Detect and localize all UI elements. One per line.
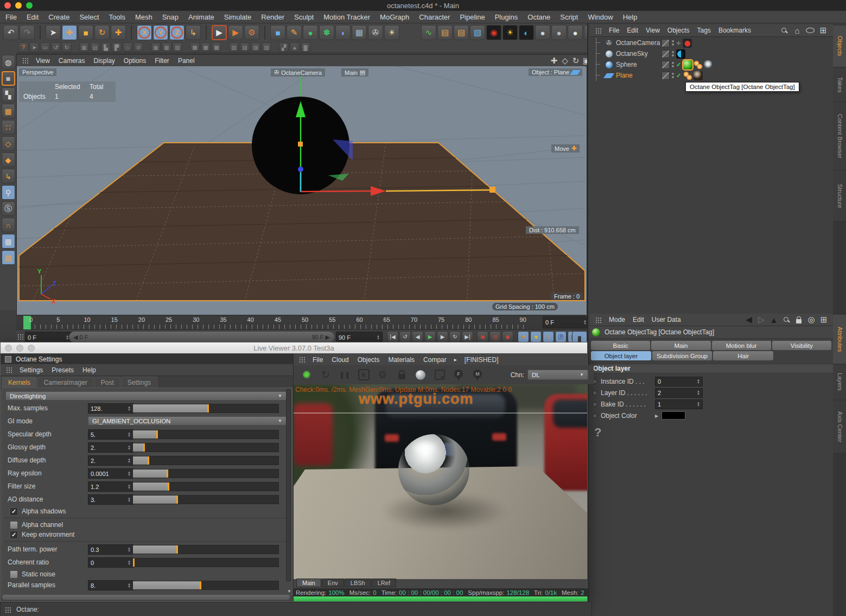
menu-item-mesh[interactable]: Mesh <box>135 13 152 21</box>
texture-mode-icon[interactable]: ▚ <box>2 87 15 102</box>
tree-item-octanesky[interactable]: OctaneSky <box>591 48 832 59</box>
param-slider[interactable] <box>132 430 279 439</box>
render-picture-viewer-icon[interactable]: ▶ <box>228 25 243 40</box>
layer-toggle[interactable] <box>661 50 670 58</box>
paint-setup-icon[interactable]: ◍ <box>2 55 15 69</box>
vertical-scrollbar[interactable] <box>286 389 291 581</box>
tab-post[interactable]: Post <box>94 377 120 388</box>
tab-object-layer[interactable]: Object layer <box>591 351 651 360</box>
play-button-icon[interactable]: ▶ <box>424 331 436 342</box>
poly-select-icon[interactable]: ↻ <box>62 42 72 52</box>
menu-item-character[interactable]: Character <box>419 13 450 21</box>
param-slider[interactable] <box>132 581 279 590</box>
select-arrow-icon[interactable]: ➤ <box>29 42 39 52</box>
param-value-input[interactable]: 0.3▲▼ <box>88 544 133 555</box>
menu-item-pipeline[interactable]: Pipeline <box>460 13 485 21</box>
param-value-input[interactable]: 2.▲▼ <box>88 442 133 453</box>
modifier-tool-icon[interactable]: ▨ <box>251 42 260 52</box>
pan-view-icon[interactable]: ✚ <box>550 56 558 65</box>
pass-tab-lbsh[interactable]: LBSh <box>345 579 371 587</box>
tab-settings[interactable]: Settings <box>121 377 157 388</box>
lasso-select-icon[interactable]: ↺ <box>51 42 61 52</box>
menu-item-motion-tracker[interactable]: Motion Tracker <box>323 13 370 21</box>
grid-tool-icon[interactable]: ▧ <box>173 42 182 52</box>
stepper-icon[interactable]: ▲▼ <box>128 471 131 477</box>
menu-item-settings[interactable]: Settings <box>20 366 43 374</box>
add-cube-icon[interactable]: ■ <box>270 25 285 40</box>
stepper-icon[interactable]: ▲▼ <box>697 379 700 384</box>
axis-mode-icon[interactable]: ↳ <box>2 169 15 183</box>
menu-item-simulate[interactable]: Simulate <box>224 13 252 21</box>
visibility-dots[interactable] <box>672 73 674 78</box>
mesh-tool-icon[interactable]: ▦ <box>79 42 89 52</box>
add-panel-icon[interactable]: ⊞ <box>820 316 828 323</box>
axis-tool-icon[interactable]: ▲ <box>290 42 300 52</box>
key-rotation-icon[interactable]: ↻ <box>543 331 554 342</box>
panel-grip-icon[interactable] <box>17 334 23 340</box>
deformer-icon[interactable]: ◗ <box>335 25 351 40</box>
menu-item-view[interactable]: View <box>646 27 660 34</box>
edges-mode-icon[interactable]: ◇ <box>2 136 15 151</box>
octane-environment-icon[interactable]: ◐ <box>519 25 534 40</box>
tab-basic[interactable]: Basic <box>591 341 650 350</box>
pass-tab-env[interactable]: Env <box>322 579 344 587</box>
menu-item-tools[interactable]: Tools <box>109 13 125 21</box>
checkbox-keep-environment[interactable]: ✓ <box>10 531 18 539</box>
pause-render-icon[interactable]: ❚❚ <box>338 369 351 382</box>
param-slider[interactable] <box>132 456 279 465</box>
menu-item-edit[interactable]: Edit <box>27 13 39 21</box>
mesh-tool-icon[interactable]: ▙ <box>101 42 111 52</box>
stepper-icon[interactable]: ▲▼ <box>583 320 587 325</box>
menu-item-compar[interactable]: Compar <box>423 356 447 364</box>
material-ball-icon[interactable]: ● <box>568 25 583 40</box>
material-ball-icon[interactable]: ● <box>551 25 567 40</box>
horizontal-scrollbar[interactable] <box>2 595 290 600</box>
panel-grip-icon[interactable] <box>595 317 601 323</box>
tree-item-octanecamera[interactable]: ✇OctaneCamera✛ <box>591 37 832 48</box>
array-tool-icon[interactable]: ▩ <box>190 42 200 52</box>
objecttag-icon[interactable] <box>592 328 600 336</box>
menu-item-create[interactable]: Create <box>48 13 69 21</box>
y-axis-lock-icon[interactable]: Y <box>153 25 168 40</box>
menu-item-user-data[interactable]: User Data <box>652 316 681 323</box>
back-icon[interactable]: ◀ <box>745 316 753 323</box>
object-name[interactable]: OctaneSky <box>616 50 661 58</box>
planar-workplane-icon[interactable]: ▧ <box>2 250 15 265</box>
layer-toggle[interactable] <box>661 72 670 80</box>
current-frame-input[interactable]: 0 F ▲▼ <box>543 316 589 328</box>
visibility-dots[interactable] <box>672 51 674 56</box>
stepper-icon[interactable]: ▲▼ <box>697 390 700 396</box>
checkbox-static-noise[interactable] <box>10 570 18 579</box>
home-icon[interactable]: ⌂ <box>793 26 802 35</box>
tab-visibility[interactable]: Visibility <box>772 341 831 350</box>
layer-toggle[interactable] <box>661 39 670 47</box>
param-value-input[interactable]: 3.▲▼ <box>88 494 133 505</box>
redo-icon[interactable]: ↷ <box>20 25 35 40</box>
tab-kernels[interactable]: Kernels <box>2 377 37 388</box>
modifier-tool-icon[interactable]: ▨ <box>240 42 250 52</box>
panel-grip-icon[interactable] <box>595 28 601 34</box>
octane-save-icon[interactable]: ▤ <box>454 25 469 40</box>
grid-tool-icon[interactable]: ▦ <box>151 42 161 52</box>
octane-daylight-icon[interactable]: ☀ <box>502 25 518 40</box>
scroll-down-icon[interactable]: ▼ <box>287 589 291 594</box>
octane-save-anim-icon[interactable]: ▤ <box>437 25 453 40</box>
tag-odots-icon[interactable] <box>694 60 703 69</box>
lock-icon[interactable] <box>795 316 803 323</box>
menu-item-view[interactable]: View <box>36 57 50 65</box>
menu-item-script[interactable]: Script <box>560 13 578 21</box>
menu-item-file[interactable]: File <box>5 13 17 21</box>
record-keyframe-icon[interactable]: ◉ <box>477 331 488 342</box>
side-tab-content-browser[interactable]: Content Browser <box>833 103 846 170</box>
stepper-icon[interactable]: ▲▼ <box>128 432 131 437</box>
z-axis-lock-icon[interactable]: Z <box>169 25 185 40</box>
panel-grip-icon[interactable] <box>5 607 11 613</box>
menu-item-render[interactable]: Render <box>261 13 284 21</box>
panel-grip-icon[interactable] <box>6 367 12 373</box>
stepper-icon[interactable]: ▲▼ <box>128 445 131 450</box>
param-slider[interactable] <box>132 545 279 554</box>
timeline-range-slider[interactable]: ◀ 0 F 90 F ▶ <box>69 332 334 342</box>
stepper-icon[interactable]: ▲▼ <box>128 547 131 553</box>
x-axis-lock-icon[interactable]: X <box>137 25 152 40</box>
live-select-icon[interactable]: ➤ <box>46 25 61 40</box>
